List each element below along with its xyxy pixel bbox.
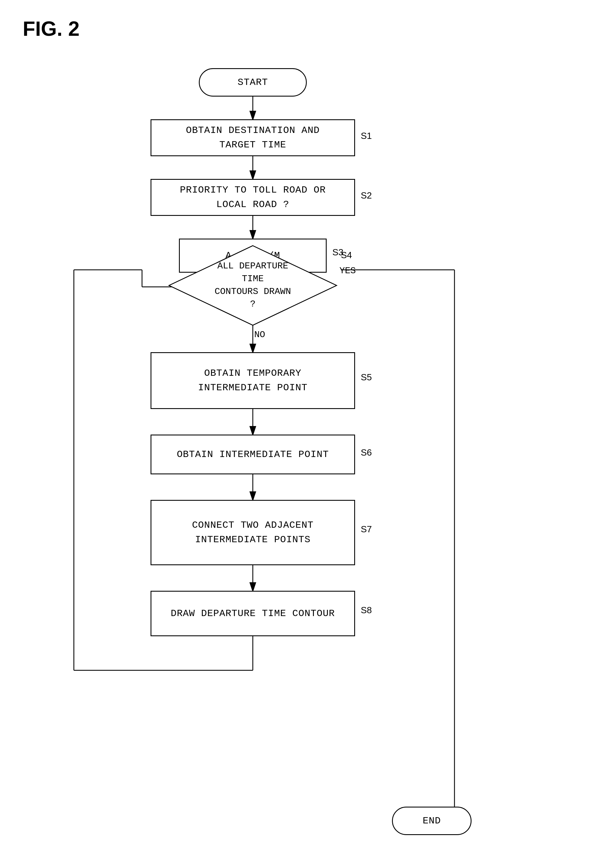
no-label: NO	[254, 330, 265, 340]
s8-label: DRAW DEPARTURE TIME CONTOUR	[171, 606, 335, 621]
s5-step: S5	[361, 372, 372, 383]
page-title: FIG. 2	[23, 17, 79, 40]
s6-label: OBTAIN INTERMEDIATE POINT	[177, 447, 329, 462]
yes-label: YES	[339, 265, 356, 276]
s5-box: OBTAIN TEMPORARYINTERMEDIATE POINT	[150, 352, 355, 409]
s2-label: PRIORITY TO TOLL ROAD ORLOCAL ROAD ?	[180, 183, 326, 212]
s6-step: S6	[361, 447, 372, 458]
s2-step: S2	[361, 190, 372, 201]
s8-box: DRAW DEPARTURE TIME CONTOUR	[150, 591, 355, 636]
s1-step: S1	[361, 131, 372, 141]
s6-box: OBTAIN INTERMEDIATE POINT	[150, 435, 355, 474]
start-node: START	[199, 68, 307, 96]
s5-label: OBTAIN TEMPORARYINTERMEDIATE POINT	[198, 366, 307, 395]
s8-step: S8	[361, 605, 372, 615]
end-label: END	[423, 814, 441, 828]
s7-box: CONNECT TWO ADJACENTINTERMEDIATE POINTS	[150, 500, 355, 565]
s1-label: OBTAIN DESTINATION ANDTARGET TIME	[186, 123, 320, 152]
s4-label: ALL DEPARTURE TIMECONTOURS DRAWN ?	[210, 260, 295, 311]
s7-step: S7	[361, 524, 372, 535]
s7-label: CONNECT TWO ADJACENTINTERMEDIATE POINTS	[192, 518, 314, 547]
end-node: END	[392, 807, 471, 835]
s1-box: OBTAIN DESTINATION ANDTARGET TIME	[150, 119, 355, 156]
s4-step: S4	[341, 250, 352, 260]
start-label: START	[237, 75, 268, 90]
s2-box: PRIORITY TO TOLL ROAD ORLOCAL ROAD ?	[150, 179, 355, 216]
s4-diamond: ALL DEPARTURE TIMECONTOURS DRAWN ?	[167, 244, 338, 327]
